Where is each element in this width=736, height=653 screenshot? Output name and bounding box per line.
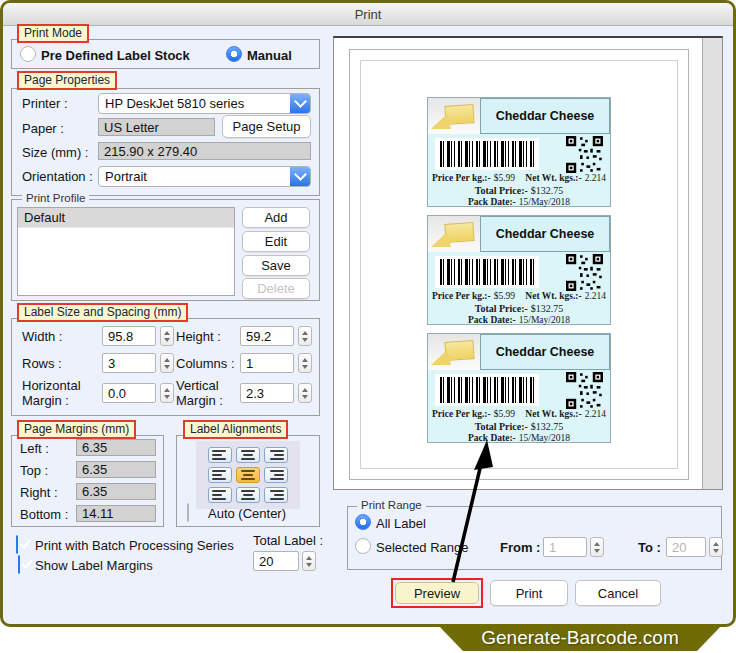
predefined-radio[interactable]: [20, 46, 36, 62]
vmargin-input[interactable]: 2.3: [240, 383, 294, 403]
cheese-photo: [428, 334, 480, 370]
columns-input[interactable]: 1: [240, 353, 294, 373]
preview-button-highlight: Preview: [391, 578, 483, 608]
predefined-radio-label: Pre Defined Label Stock: [41, 48, 190, 63]
hmargin-input[interactable]: 0.0: [102, 383, 156, 403]
window-title: Print: [355, 7, 382, 22]
to-stepper[interactable]: [709, 537, 723, 557]
vmargin-stepper[interactable]: [298, 383, 312, 403]
orientation-select[interactable]: Portrait: [98, 166, 311, 187]
profile-list-item[interactable]: Default: [18, 208, 234, 228]
net-weight-value: 2.214: [585, 291, 606, 301]
delete-button[interactable]: Delete: [242, 278, 310, 299]
page-properties-tag: Page Properties: [17, 71, 117, 90]
site-banner: Generate-Barcode.com: [437, 624, 723, 651]
preview-button[interactable]: Preview: [395, 582, 479, 604]
screen: Print Print Mode Pre Defined Label Stock…: [0, 0, 736, 653]
selected-range-radio[interactable]: [355, 538, 371, 554]
manual-radio[interactable]: [226, 46, 242, 62]
page-setup-button[interactable]: Page Setup: [222, 115, 311, 138]
price-value: $5.99: [494, 291, 515, 301]
total-label-stepper[interactable]: [302, 551, 316, 571]
title-bar: Print: [3, 3, 733, 26]
pack-date-value: 15/May/2018: [519, 315, 570, 326]
total-label-input[interactable]: 20: [253, 551, 299, 571]
total-label-caption: Total Label :: [253, 533, 323, 548]
align-bottom-left-button[interactable]: [208, 487, 232, 503]
all-label-radio-label: All Label: [376, 516, 426, 531]
batch-processing-checkbox[interactable]: [16, 535, 18, 554]
align-top-left-button[interactable]: [208, 447, 232, 463]
show-margins-checkbox[interactable]: [18, 555, 20, 574]
hmargin-label: Horizontal Margin :: [22, 378, 94, 408]
barcode: [435, 374, 539, 406]
to-input[interactable]: 20: [666, 537, 706, 557]
cancel-button[interactable]: Cancel: [575, 580, 661, 606]
qr-code-icon: [566, 372, 603, 409]
print-button[interactable]: Print: [490, 580, 568, 606]
to-label: To :: [638, 540, 661, 555]
rows-input[interactable]: 3: [102, 353, 156, 373]
chevron-down-icon: [290, 167, 310, 186]
price-label: Price Per kg.:-: [432, 291, 491, 301]
align-top-center-button[interactable]: [236, 447, 260, 463]
price-value: $5.99: [494, 173, 515, 183]
width-stepper[interactable]: [160, 326, 174, 346]
page-margins-tag: Page Margins (mm): [17, 420, 136, 439]
label-title: Cheddar Cheese: [480, 216, 610, 252]
auto-center-checkbox[interactable]: [187, 503, 189, 522]
print-profile-legend: Print Profile: [22, 192, 89, 204]
preview-scrollbar[interactable]: [702, 38, 722, 489]
columns-stepper[interactable]: [298, 353, 312, 373]
orientation-value: Portrait: [99, 167, 290, 186]
pack-date-label: Pack Date:-: [468, 315, 516, 326]
site-banner-text: Generate-Barcode.com: [481, 627, 679, 649]
pack-date-label: Pack Date:-: [468, 433, 516, 444]
height-input[interactable]: 59.2: [240, 326, 294, 346]
size-label: Size (mm) :: [22, 145, 88, 160]
print-range-legend: Print Range: [357, 499, 426, 511]
margin-right-field: 6.35: [76, 483, 156, 500]
price-label: Price Per kg.:-: [432, 173, 491, 183]
edit-button[interactable]: Edit: [242, 231, 310, 252]
add-button[interactable]: Add: [242, 207, 310, 228]
printer-select[interactable]: HP DeskJet 5810 series: [98, 93, 311, 114]
align-middle-left-button[interactable]: [208, 467, 232, 483]
qr-code-icon: [566, 254, 603, 291]
from-label: From :: [500, 540, 540, 555]
total-price-label: Total Price:-: [475, 303, 528, 314]
align-top-right-button[interactable]: [264, 447, 288, 463]
print-profile-list[interactable]: Default: [17, 207, 235, 296]
net-weight-label: Net Wt. kgs.:-: [525, 291, 581, 301]
pack-date-value: 15/May/2018: [519, 197, 570, 208]
align-middle-right-button[interactable]: [264, 467, 288, 483]
height-stepper[interactable]: [298, 326, 312, 346]
manual-radio-label: Manual: [247, 48, 292, 63]
from-stepper[interactable]: [590, 537, 604, 557]
total-price-value: $132.75: [531, 185, 564, 196]
labels-stack: Cheddar Cheese: [350, 97, 688, 443]
batch-processing-label: Print with Batch Processing Series: [35, 538, 234, 553]
preview-panel: Cheddar Cheese: [333, 36, 723, 490]
align-bottom-right-button[interactable]: [264, 487, 288, 503]
all-label-radio[interactable]: [355, 514, 371, 530]
from-input[interactable]: 1: [543, 537, 587, 557]
margin-top-label: Top :: [20, 463, 48, 478]
width-label: Width :: [22, 329, 62, 344]
selected-range-radio-label: Selected Range: [376, 540, 469, 555]
net-weight-label: Net Wt. kgs.:-: [525, 173, 581, 183]
align-bottom-center-button[interactable]: [236, 487, 260, 503]
total-price-label: Total Price:-: [475, 421, 528, 432]
auto-center-label: Auto (Center): [208, 506, 286, 521]
label-card: Cheddar Cheese: [427, 333, 611, 443]
width-input[interactable]: 95.8: [102, 326, 156, 346]
margin-bottom-label: Bottom :: [20, 507, 68, 522]
save-button[interactable]: Save: [242, 255, 310, 276]
print-mode-tag: Print Mode: [17, 24, 89, 43]
net-weight-label: Net Wt. kgs.:-: [525, 409, 581, 419]
cheese-photo: [428, 216, 480, 252]
align-middle-center-button[interactable]: [236, 467, 260, 483]
hmargin-stepper[interactable]: [160, 383, 174, 403]
printer-label: Printer :: [22, 96, 68, 111]
rows-stepper[interactable]: [160, 353, 174, 373]
